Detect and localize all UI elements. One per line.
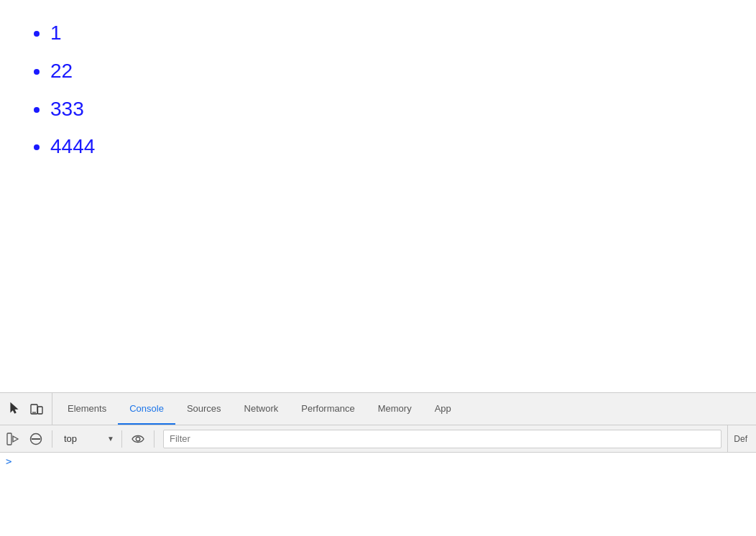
- tab-console[interactable]: Console: [118, 393, 175, 425]
- inspect-icon[interactable]: [7, 401, 23, 417]
- list-item: 4444: [50, 128, 727, 166]
- filter-input-wrapper: [163, 430, 722, 448]
- tab-elements[interactable]: Elements: [56, 393, 118, 425]
- devtools-icon-group: [0, 393, 52, 425]
- device-toolbar-icon[interactable]: [29, 401, 45, 417]
- watch-expressions-icon[interactable]: [128, 429, 148, 449]
- list-item: 1: [50, 14, 727, 52]
- list-item: 22: [50, 52, 727, 91]
- devtools-tabs: Elements Console Sources Network Perform…: [52, 393, 463, 425]
- toolbar-divider-3: [154, 430, 155, 448]
- devtools-toolbar: Elements Console Sources Network Perform…: [0, 393, 756, 425]
- svg-marker-4: [13, 436, 18, 442]
- default-levels-button[interactable]: Def: [727, 425, 753, 453]
- run-script-icon[interactable]: [3, 429, 23, 449]
- tab-performance[interactable]: Performance: [290, 393, 366, 425]
- devtools-panel: Elements Console Sources Network Perform…: [0, 392, 756, 536]
- filter-input[interactable]: [170, 433, 715, 444]
- toolbar-divider: [52, 430, 52, 448]
- context-selector[interactable]: top ▼: [58, 430, 116, 447]
- svg-point-7: [136, 437, 140, 441]
- tab-network[interactable]: Network: [233, 393, 290, 425]
- clear-console-icon[interactable]: [26, 429, 46, 449]
- console-toolbar: top ▼ Def: [0, 425, 756, 453]
- toolbar-divider-2: [121, 430, 122, 448]
- context-select-input[interactable]: top: [58, 430, 116, 447]
- bullet-list: 1 22 333 4444: [29, 14, 727, 166]
- tab-sources[interactable]: Sources: [175, 393, 233, 425]
- svg-rect-3: [7, 433, 11, 445]
- console-content[interactable]: >: [0, 453, 756, 536]
- tab-memory[interactable]: Memory: [367, 393, 423, 425]
- svg-rect-1: [38, 407, 43, 414]
- tab-application[interactable]: App: [423, 393, 463, 425]
- list-item: 333: [50, 91, 727, 129]
- page-content: 1 22 333 4444: [0, 0, 756, 392]
- console-prompt: >: [6, 456, 750, 467]
- console-chevron-icon: >: [6, 456, 11, 467]
